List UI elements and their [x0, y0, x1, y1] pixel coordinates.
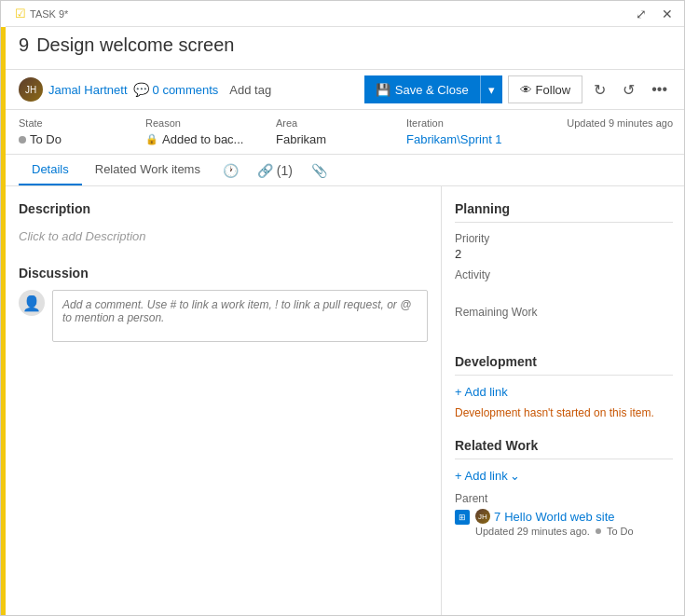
task-badge-text: TASK 9*	[30, 8, 68, 20]
reason-label: Reason	[145, 117, 257, 129]
add-tag-button[interactable]: Add tag	[224, 81, 277, 99]
related-work-title: Related Work	[455, 438, 673, 459]
avatar: JH	[19, 77, 43, 102]
title-bar: ☑ TASK 9* ⤢ ✕	[6, 1, 685, 27]
fields-row: State To Do Reason 🔒 Added to bac... Are…	[6, 110, 685, 155]
parent-label: Parent	[455, 492, 673, 505]
state-field: State To Do	[19, 117, 130, 146]
parent-title: Hello World web site	[504, 510, 614, 524]
priority-value[interactable]: 2	[455, 247, 673, 261]
parent-state: To Do	[607, 526, 634, 537]
activity-field: Activity	[455, 268, 673, 298]
remaining-work-label: Remaining Work	[455, 306, 673, 319]
meta-state-dot	[596, 528, 601, 534]
work-item-number: 9	[19, 34, 29, 56]
related-add-link-button[interactable]: + Add link ⌄	[455, 467, 520, 485]
parent-type-icon: ⊞	[455, 510, 470, 525]
updated-timestamp: Updated 9 minutes ago	[567, 117, 673, 129]
tab-links-icon[interactable]: 🔗 (1)	[248, 156, 302, 185]
save-close-button[interactable]: 💾 Save & Close	[364, 75, 480, 103]
reason-value[interactable]: Added to bac...	[162, 132, 243, 146]
toolbar: JH Jamal Hartnett 💬 0 comments Add tag 💾…	[6, 70, 685, 110]
activity-label: Activity	[455, 268, 673, 281]
work-item-header: 9 Design welcome screen	[6, 27, 685, 70]
save-close-label: Save & Close	[395, 83, 469, 97]
remaining-work-value[interactable]	[455, 321, 673, 335]
dev-status-text: Development hasn't started on this item.	[455, 406, 673, 419]
description-section-title: Description	[19, 201, 428, 216]
comment-input[interactable]	[52, 290, 428, 342]
comments-count: 0 comments	[153, 83, 219, 97]
state-label: State	[19, 117, 130, 129]
dev-add-link-button[interactable]: + Add link	[455, 383, 508, 401]
activity-value[interactable]	[455, 283, 673, 298]
comment-icon: 💬	[133, 82, 149, 97]
expand-button[interactable]: ⤢	[632, 5, 651, 23]
left-panel: Description Click to add Description Dis…	[6, 186, 442, 616]
follow-button[interactable]: 👁 Follow	[508, 75, 583, 103]
tab-bar: Details Related Work items 🕐 🔗 (1) 📎	[6, 155, 685, 186]
parent-link[interactable]: JH 7 Hello World web site	[475, 509, 634, 524]
priority-field: Priority 2	[455, 232, 673, 261]
chevron-down-icon: ⌄	[510, 469, 520, 483]
iteration-value[interactable]: Fabrikam\Sprint 1	[406, 132, 546, 146]
task-badge: ☑ TASK 9*	[15, 7, 68, 21]
assignee-name[interactable]: Jamal Hartnett	[48, 83, 128, 97]
tab-details[interactable]: Details	[19, 155, 82, 185]
eye-icon: 👁	[520, 83, 532, 97]
state-indicator	[19, 136, 26, 144]
task-check-icon: ☑	[15, 7, 26, 21]
reason-field: Reason 🔒 Added to bac...	[145, 117, 257, 146]
main-content: Description Click to add Description Dis…	[6, 186, 685, 616]
comment-input-area: 👤	[19, 290, 428, 342]
right-panel: Planning Priority 2 Activity Remaining W…	[442, 186, 685, 616]
lock-icon: 🔒	[145, 133, 158, 145]
area-field: Area Fabrikam	[276, 117, 388, 146]
save-icon: 💾	[376, 83, 390, 97]
refresh-button[interactable]: ↻	[588, 79, 611, 101]
area-value[interactable]: Fabrikam	[276, 132, 388, 146]
parent-meta: Updated 29 minutes ago. To Do	[475, 526, 634, 537]
parent-details: JH 7 Hello World web site Updated 29 min…	[475, 509, 634, 537]
priority-label: Priority	[455, 232, 673, 245]
area-label: Area	[276, 117, 388, 129]
parent-item: ⊞ JH 7 Hello World web site Updated 29 m…	[455, 509, 673, 537]
related-work-section: Related Work + Add link ⌄ Parent ⊞ JH 7 …	[455, 438, 673, 537]
save-close-dropdown-button[interactable]: ▾	[480, 75, 502, 103]
remaining-work-field: Remaining Work	[455, 306, 673, 335]
parent-avatar: JH	[475, 509, 490, 524]
planning-title: Planning	[455, 201, 673, 223]
work-item-type-accent	[1, 27, 6, 616]
discussion-section: Discussion 👤	[19, 266, 428, 342]
add-link-label: + Add link	[455, 469, 508, 483]
discussion-section-title: Discussion	[19, 266, 428, 281]
tab-attachments-icon[interactable]: 📎	[302, 156, 336, 185]
state-value[interactable]: To Do	[30, 132, 62, 146]
iteration-field: Iteration Fabrikam\Sprint 1	[406, 117, 546, 146]
close-button[interactable]: ✕	[658, 5, 677, 23]
comments-link[interactable]: 💬 0 comments	[133, 82, 219, 97]
development-title: Development	[455, 354, 673, 376]
iteration-label: Iteration	[406, 117, 546, 129]
follow-label: Follow	[536, 83, 571, 97]
work-item-title[interactable]: Design welcome screen	[36, 34, 234, 56]
undo-button[interactable]: ↺	[617, 79, 640, 101]
parent-number: 7	[494, 510, 500, 524]
comment-user-avatar: 👤	[19, 290, 45, 316]
parent-updated: Updated 29 minutes ago.	[475, 526, 590, 537]
description-placeholder[interactable]: Click to add Description	[19, 226, 428, 247]
development-section: Development + Add link Development hasn'…	[455, 354, 673, 419]
tab-related-work-items[interactable]: Related Work items	[82, 155, 213, 185]
planning-section: Planning Priority 2 Activity Remaining W…	[455, 201, 673, 335]
save-close-group: 💾 Save & Close ▾	[364, 75, 502, 103]
tab-history-icon[interactable]: 🕐	[213, 156, 248, 185]
more-actions-button[interactable]: •••	[646, 79, 673, 100]
